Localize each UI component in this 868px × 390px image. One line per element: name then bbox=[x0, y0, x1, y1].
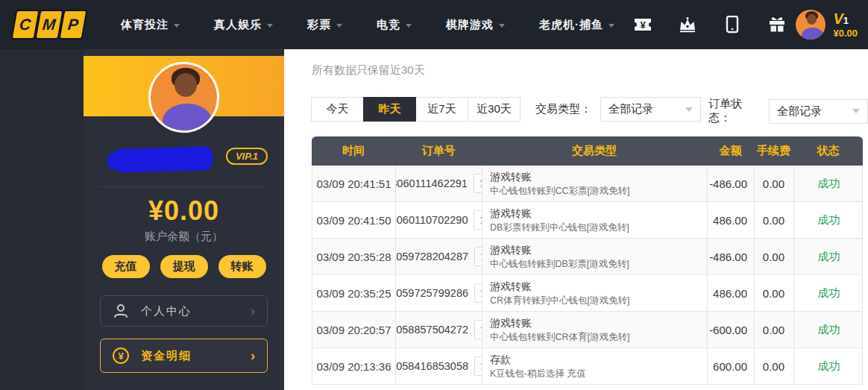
navbar-balance: ¥0.00 bbox=[833, 28, 858, 39]
cell-time: 03/09 20:35:28 bbox=[312, 239, 396, 274]
crown-icon[interactable] bbox=[678, 15, 697, 34]
account-balance-label: 账户余额（元） bbox=[84, 230, 284, 244]
avatar-torso bbox=[163, 104, 212, 133]
order-status-select[interactable]: 全部记录 bbox=[769, 99, 868, 124]
order-number: 1773059725799286 bbox=[396, 287, 468, 299]
table-row: 03/09 20:35:28 1773059728204287 复制 游戏转账 … bbox=[312, 239, 862, 275]
cell-type: 游戏转账 中心钱包转账到DB彩票[游戏免转] bbox=[482, 239, 708, 274]
navbar-right-icons: ¥ bbox=[633, 15, 787, 34]
wallet-action-button[interactable]: 转账 bbox=[218, 255, 266, 278]
copy-button[interactable]: 复制 bbox=[474, 320, 482, 339]
cmp-logo[interactable]: C M P bbox=[15, 11, 84, 38]
nav-menu-label: 体育投注 bbox=[121, 18, 169, 32]
order-number: 1773060110702290 bbox=[396, 214, 468, 226]
cell-time: 03/09 20:41:50 bbox=[312, 202, 396, 238]
main-nav-menu: 体育投注 真人娱乐 彩票 电竞 棋牌游戏 bbox=[121, 18, 614, 32]
table-row: 03/09 20:13:36 1773058416853058 复制 存款 K豆… bbox=[312, 348, 862, 385]
date-range-tabs: 今天 昨天 近7天 近30天 bbox=[312, 97, 521, 122]
cell-order: 1773060110702290 复制 bbox=[396, 202, 482, 238]
column-header-order: 订单号 bbox=[395, 144, 482, 158]
column-header-type: 交易类型 bbox=[482, 144, 707, 158]
nav-menu-item[interactable]: 真人娱乐 bbox=[214, 18, 273, 32]
select-value: 全部记录 bbox=[608, 102, 653, 116]
sidebar-item-personal-center[interactable]: 个人中心 › bbox=[100, 295, 268, 327]
level-number: 1 bbox=[843, 15, 849, 26]
cell-type: 游戏转账 中心钱包转账到CC彩票[游戏免转] bbox=[482, 166, 708, 201]
nav-menu-label: 真人娱乐 bbox=[214, 18, 262, 32]
cell-fee: 0.00 bbox=[755, 239, 794, 274]
sidebar-item-label: 个人中心 bbox=[141, 304, 192, 318]
copy-button[interactable]: 复制 bbox=[474, 356, 482, 376]
avatar-head bbox=[807, 14, 817, 25]
yen-coin-icon: ¥ bbox=[113, 347, 129, 364]
transaction-type-select[interactable]: 全部记录 bbox=[600, 97, 701, 122]
logo-letter: P bbox=[67, 16, 80, 34]
svg-text:¥: ¥ bbox=[641, 19, 647, 31]
nav-menu-item[interactable]: 体育投注 bbox=[121, 18, 180, 32]
column-header-fee: 手续费 bbox=[754, 144, 793, 158]
cell-type: 存款 K豆钱包-稍后选择 充值 bbox=[482, 348, 708, 384]
cell-type: 游戏转账 CR体育转账到中心钱包[游戏免转] bbox=[482, 275, 708, 311]
nav-menu-item[interactable]: 彩票 bbox=[307, 18, 342, 32]
cell-amount: -486.00 bbox=[708, 239, 755, 274]
table-row: 03/09 20:41:51 1773060111462291 复制 游戏转账 … bbox=[312, 166, 862, 202]
sidebar-item-label: 资金明细 bbox=[141, 349, 192, 363]
chevron-down-icon bbox=[267, 24, 273, 28]
copy-button[interactable]: 复制 bbox=[474, 210, 482, 230]
date-range-tab[interactable]: 近7天 bbox=[415, 97, 468, 122]
transaction-description: K豆钱包-稍后选择 充值 bbox=[490, 368, 585, 380]
transaction-description: 中心钱包转账到DB彩票[游戏免转] bbox=[490, 258, 629, 270]
yen-glyph: ¥ bbox=[118, 350, 123, 362]
copy-button[interactable]: 复制 bbox=[474, 247, 482, 266]
logo-tile: C bbox=[13, 11, 38, 38]
table-row: 03/09 20:41:50 1773060110702290 复制 游戏转账 … bbox=[312, 202, 862, 239]
redacted-username bbox=[112, 146, 213, 173]
cell-order: 1773060111462291 复制 bbox=[396, 166, 482, 201]
wallet-action-button[interactable]: 充值 bbox=[102, 255, 150, 278]
date-range-tab[interactable]: 昨天 bbox=[363, 97, 416, 122]
nav-menu-item[interactable]: 电竞 bbox=[377, 18, 412, 32]
profile-avatar[interactable] bbox=[148, 62, 219, 133]
cell-amount: 486.00 bbox=[708, 275, 755, 311]
copy-button[interactable]: 复制 bbox=[474, 283, 482, 303]
order-number: 1773059728204287 bbox=[396, 251, 468, 262]
wallet-action-button[interactable]: 提现 bbox=[160, 255, 208, 278]
cell-fee: 0.00 bbox=[755, 202, 794, 238]
date-range-tab[interactable]: 今天 bbox=[311, 97, 364, 122]
cell-status: 成功 bbox=[794, 239, 864, 274]
copy-button[interactable]: 复制 bbox=[474, 174, 482, 193]
mobile-icon[interactable] bbox=[723, 15, 742, 34]
column-header-time: 时间 bbox=[312, 144, 395, 158]
chevron-down-icon bbox=[406, 24, 412, 28]
nav-menu-item[interactable]: 老虎机·捕鱼 bbox=[539, 18, 614, 32]
profile-sidebar: VIP.1 ¥0.00 账户余额（元） 充值 提现 转账 个人中心 › ¥ 资金… bbox=[84, 49, 284, 390]
cell-fee: 0.00 bbox=[755, 166, 794, 201]
logo-letter: M bbox=[42, 16, 57, 34]
gift-icon[interactable] bbox=[767, 15, 787, 34]
filter-label: 交易类型： bbox=[535, 102, 591, 116]
cell-status: 成功 bbox=[794, 312, 864, 347]
vip-badge: VIP.1 bbox=[226, 148, 268, 165]
cell-order: 1773059725799286 复制 bbox=[396, 275, 482, 311]
wallet-actions: 充值 提现 转账 bbox=[84, 255, 284, 278]
transaction-type: 游戏转账 bbox=[490, 280, 532, 293]
yen-ticket-icon[interactable]: ¥ bbox=[633, 15, 652, 34]
filter-label: 订单状态： bbox=[708, 97, 760, 125]
cell-status: 成功 bbox=[794, 166, 864, 201]
divider bbox=[100, 186, 268, 187]
logo-letter: C bbox=[19, 16, 32, 34]
nav-menu-label: 棋牌游戏 bbox=[446, 18, 494, 32]
date-range-tab[interactable]: 近30天 bbox=[468, 97, 521, 122]
order-number: 1773058857504272 bbox=[396, 324, 468, 336]
column-header-status: 状态 bbox=[793, 144, 863, 158]
nav-menu-item[interactable]: 棋牌游戏 bbox=[446, 18, 505, 32]
logo-tile: P bbox=[60, 11, 86, 38]
user-avatar[interactable] bbox=[796, 10, 825, 40]
transaction-type: 存款 bbox=[490, 353, 511, 366]
user-level: V1 bbox=[833, 10, 858, 27]
logo-tile: M bbox=[37, 11, 62, 38]
cell-type: 游戏转账 DB彩票转账到中心钱包[游戏免转] bbox=[482, 202, 708, 238]
select-value: 全部记录 bbox=[777, 104, 822, 119]
sidebar-item-fund-details[interactable]: ¥ 资金明细 › bbox=[100, 339, 268, 373]
chevron-down-icon bbox=[499, 24, 505, 28]
